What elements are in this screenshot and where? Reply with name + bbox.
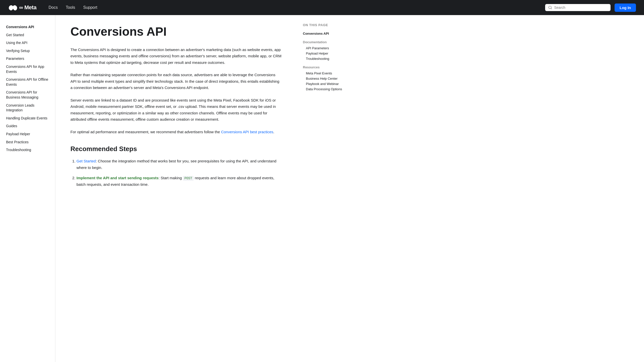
step-2-code: POST bbox=[183, 176, 194, 181]
toc-conversions-api[interactable]: Conversions API bbox=[303, 31, 356, 36]
toc-playbook-webinar[interactable]: Playbook and Webinar bbox=[303, 81, 356, 86]
step-2-link[interactable]: Implement the API and start sending requ… bbox=[76, 176, 158, 180]
sidebar-item-offline-events[interactable]: Conversions API for Offline Events bbox=[6, 76, 51, 88]
para-4: For optimal ad performance and measureme… bbox=[70, 129, 282, 135]
best-practices-link[interactable]: Conversions API best practices bbox=[221, 130, 273, 134]
sidebar-item-parameters[interactable]: Parameters bbox=[6, 55, 51, 63]
meta-logo-icon bbox=[8, 3, 17, 12]
sidebar-item-business-messaging[interactable]: Conversions API for Business Messaging bbox=[6, 88, 51, 101]
para-1: The Conversions API is designed to creat… bbox=[70, 47, 282, 66]
toc-api-parameters[interactable]: API Parameters bbox=[303, 46, 356, 51]
search-box[interactable] bbox=[545, 4, 611, 11]
toc-troubleshooting[interactable]: Troubleshooting bbox=[303, 56, 356, 61]
nav-tools[interactable]: Tools bbox=[66, 5, 75, 10]
steps-list: Get Started: Choose the integration meth… bbox=[70, 158, 282, 188]
left-sidebar: Conversions API Get Started Using the AP… bbox=[0, 15, 55, 362]
toc-data-processing-options[interactable]: Data Processing Options bbox=[303, 86, 356, 92]
sidebar-item-conversions-api[interactable]: Conversions API bbox=[6, 23, 51, 31]
right-sidebar: On This Page Conversions API Documentati… bbox=[297, 15, 362, 362]
sidebar-item-verifying-setup[interactable]: Verifying Setup bbox=[6, 47, 51, 55]
toc-section-resources: Resources bbox=[303, 65, 356, 69]
sidebar-item-handling-duplicates[interactable]: Handling Duplicate Events bbox=[6, 114, 51, 122]
step-1: Get Started: Choose the integration meth… bbox=[76, 158, 282, 171]
sidebar-item-app-events[interactable]: Conversions API for App Events bbox=[6, 63, 51, 76]
toc-section-documentation: Documentation bbox=[303, 40, 356, 44]
step-2-prefix: : Start making bbox=[158, 176, 183, 180]
sidebar-item-payload-helper[interactable]: Payload Helper bbox=[6, 130, 51, 138]
page-title: Conversions API bbox=[70, 25, 282, 38]
toc-meta-pixel-events[interactable]: Meta Pixel Events bbox=[303, 71, 356, 76]
sidebar-item-conversion-leads[interactable]: Conversion Leads Integration bbox=[6, 102, 51, 114]
search-input[interactable] bbox=[554, 6, 608, 10]
step-1-link[interactable]: Get Started bbox=[76, 159, 96, 163]
main-content: Conversions API The Conversions API is d… bbox=[55, 15, 297, 362]
nav-support[interactable]: Support bbox=[83, 5, 97, 10]
sidebar-item-troubleshooting[interactable]: Troubleshooting bbox=[6, 146, 51, 154]
sidebar-item-best-practices[interactable]: Best Practices bbox=[6, 138, 51, 146]
recommended-steps-heading: Recommended Steps bbox=[70, 145, 282, 153]
sidebar-item-guides[interactable]: Guides bbox=[6, 122, 51, 130]
para-3: Server events are linked to a dataset ID… bbox=[70, 97, 282, 123]
step-2: Implement the API and start sending requ… bbox=[76, 175, 282, 188]
logo-text: ∞ Meta bbox=[19, 4, 36, 11]
sidebar-item-get-started[interactable]: Get Started bbox=[6, 31, 51, 39]
nav-docs[interactable]: Docs bbox=[49, 5, 58, 10]
header-right: Log In bbox=[545, 4, 636, 12]
site-header: ∞ Meta Docs Tools Support Log In bbox=[0, 0, 644, 15]
toc-payload-helper[interactable]: Payload Helper bbox=[303, 51, 356, 56]
logo[interactable]: ∞ Meta bbox=[8, 3, 36, 12]
search-icon bbox=[548, 6, 552, 10]
toc-business-help-center[interactable]: Business Help Center bbox=[303, 76, 356, 81]
toc-title: On This Page bbox=[303, 23, 356, 27]
step-1-text: : Choose the integration method that wor… bbox=[76, 159, 276, 170]
page-layout: Conversions API Get Started Using the AP… bbox=[0, 15, 644, 362]
para-2: Rather than maintaining separate connect… bbox=[70, 72, 282, 91]
svg-line-1 bbox=[551, 8, 552, 9]
login-button[interactable]: Log In bbox=[615, 4, 636, 12]
header-nav: Docs Tools Support bbox=[49, 5, 545, 10]
sidebar-item-using-the-api[interactable]: Using the API bbox=[6, 39, 51, 47]
